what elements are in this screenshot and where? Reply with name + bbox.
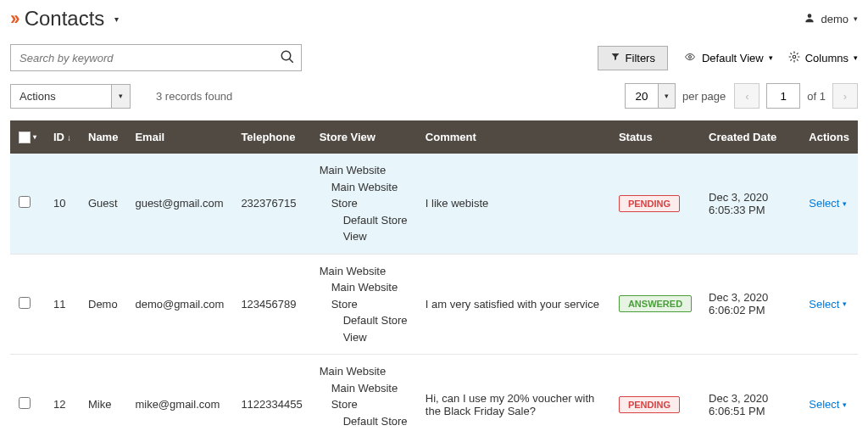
sort-arrow-icon: ↓ xyxy=(67,133,71,143)
row-store-view: Main WebsiteMain Website StoreDefault St… xyxy=(311,355,417,432)
row-store-view: Main WebsiteMain Website StoreDefault St… xyxy=(311,154,417,254)
per-page-label: per page xyxy=(682,90,726,103)
actions-label: Actions xyxy=(10,84,112,109)
filters-label: Filters xyxy=(626,52,655,64)
row-comment: I am very satisfied with your service xyxy=(417,254,610,355)
pager: ‹ of 1 › xyxy=(734,83,858,109)
header-comment[interactable]: Comment xyxy=(417,120,610,154)
toolbar-search-row: Filters Default View ▾ Columns ▾ xyxy=(0,44,868,71)
eye-icon xyxy=(683,52,697,64)
user-label: demo xyxy=(821,13,849,25)
row-email: guest@gmail.com xyxy=(126,154,232,254)
header-telephone[interactable]: Telephone xyxy=(232,120,310,154)
select-all-caret-icon[interactable]: ▾ xyxy=(33,133,36,141)
row-select-action[interactable]: Select ▾ xyxy=(809,298,849,311)
status-badge: PENDING xyxy=(619,195,680,212)
funnel-icon xyxy=(610,52,620,64)
svg-line-2 xyxy=(289,59,293,63)
row-id: 12 xyxy=(45,355,80,432)
row-name: Mike xyxy=(80,355,126,432)
per-page-caret-icon[interactable]: ▾ xyxy=(659,83,676,109)
records-found-text: 3 records found xyxy=(156,90,232,103)
status-badge: ANSWERED xyxy=(619,295,692,312)
svg-point-0 xyxy=(808,14,812,18)
header-checkbox-col[interactable]: ▾ xyxy=(10,120,45,154)
columns-button[interactable]: Columns ▾ xyxy=(788,51,858,65)
search-box xyxy=(10,44,302,71)
view-caret-icon: ▾ xyxy=(769,53,773,62)
page-of-label: of 1 xyxy=(807,90,826,103)
toolbar-actions-row: Actions ▾ 3 records found ▾ per page ‹ o… xyxy=(0,83,868,120)
default-view-button[interactable]: Default View ▾ xyxy=(683,52,773,64)
row-actions: Select ▾ xyxy=(800,355,858,432)
per-page-control: ▾ per page xyxy=(625,83,726,109)
default-view-label: Default View xyxy=(702,52,764,64)
status-badge: PENDING xyxy=(619,396,680,413)
row-comment: I like webiste xyxy=(417,154,610,254)
header-actions: Actions xyxy=(800,120,858,154)
table-row[interactable]: 10Guestguest@gmail.com232376715Main Webs… xyxy=(10,154,858,254)
search-icon[interactable] xyxy=(280,49,295,69)
header-store-view[interactable]: Store View xyxy=(311,120,417,154)
title-dropdown-caret-icon[interactable]: ▾ xyxy=(114,14,119,24)
row-status: PENDING xyxy=(610,154,700,254)
row-checkbox[interactable] xyxy=(19,297,31,309)
next-page-button[interactable]: › xyxy=(832,83,858,109)
row-actions: Select ▾ xyxy=(800,254,858,355)
select-caret-icon: ▾ xyxy=(843,199,847,208)
row-created: Dec 3, 2020 6:06:02 PM xyxy=(700,254,800,355)
row-id: 11 xyxy=(45,254,80,355)
row-select-action[interactable]: Select ▾ xyxy=(809,197,849,210)
gear-icon xyxy=(788,51,800,65)
title-area[interactable]: ›› Contacts ▾ xyxy=(10,7,119,31)
user-icon xyxy=(804,12,815,26)
filters-button[interactable]: Filters xyxy=(598,46,668,70)
table-row[interactable]: 11Demodemo@gmail.com123456789Main Websit… xyxy=(10,254,858,355)
header-status[interactable]: Status xyxy=(610,120,700,154)
select-caret-icon: ▾ xyxy=(843,299,847,308)
prev-page-button[interactable]: ‹ xyxy=(734,83,760,109)
row-created: Dec 3, 2020 6:06:51 PM xyxy=(700,355,800,432)
page-header: ›› Contacts ▾ demo ▾ xyxy=(0,0,868,44)
row-comment: Hi, can I use my 20% voucher with the Bl… xyxy=(417,355,610,432)
svg-point-4 xyxy=(793,55,796,59)
per-page-input[interactable] xyxy=(625,83,659,109)
svg-point-1 xyxy=(281,51,291,60)
user-menu[interactable]: demo ▾ xyxy=(804,12,858,26)
columns-label: Columns xyxy=(805,52,849,64)
row-status: PENDING xyxy=(610,355,700,432)
row-created: Dec 3, 2020 6:05:33 PM xyxy=(700,154,800,254)
row-actions: Select ▾ xyxy=(800,154,858,254)
row-checkbox-cell xyxy=(10,154,45,254)
row-checkbox-cell xyxy=(10,355,45,432)
select-all-checkbox[interactable] xyxy=(19,132,31,143)
user-caret-icon: ▾ xyxy=(854,14,858,23)
actions-dropdown[interactable]: Actions ▾ xyxy=(10,84,131,109)
row-checkbox-cell xyxy=(10,254,45,355)
search-input[interactable] xyxy=(10,44,302,71)
row-telephone: 232376715 xyxy=(232,154,310,254)
row-name: Guest xyxy=(80,154,126,254)
columns-caret-icon: ▾ xyxy=(854,53,858,62)
row-name: Demo xyxy=(80,254,126,355)
header-email[interactable]: Email xyxy=(126,120,232,154)
row-checkbox[interactable] xyxy=(19,397,31,409)
header-row: ▾ ID↓ Name Email Telephone Store View Co… xyxy=(10,120,858,154)
actions-caret-icon[interactable]: ▾ xyxy=(112,84,131,109)
row-status: ANSWERED xyxy=(610,254,700,355)
row-email: demo@gmail.com xyxy=(126,254,232,355)
header-id[interactable]: ID↓ xyxy=(45,120,80,154)
row-email: mike@gmail.com xyxy=(126,355,232,432)
page-input[interactable] xyxy=(766,83,800,109)
row-telephone: 1122334455 xyxy=(232,355,310,432)
select-caret-icon: ▾ xyxy=(843,400,847,409)
svg-point-3 xyxy=(688,55,691,58)
header-created-date[interactable]: Created Date xyxy=(700,120,800,154)
header-name[interactable]: Name xyxy=(80,120,126,154)
table-row[interactable]: 12Mikemike@gmail.com1122334455Main Websi… xyxy=(10,355,858,432)
page-title: Contacts xyxy=(25,7,105,31)
row-store-view: Main WebsiteMain Website StoreDefault St… xyxy=(311,254,417,355)
brand-chevrons-icon: ›› xyxy=(10,8,18,30)
row-checkbox[interactable] xyxy=(19,196,31,208)
row-select-action[interactable]: Select ▾ xyxy=(809,398,849,411)
